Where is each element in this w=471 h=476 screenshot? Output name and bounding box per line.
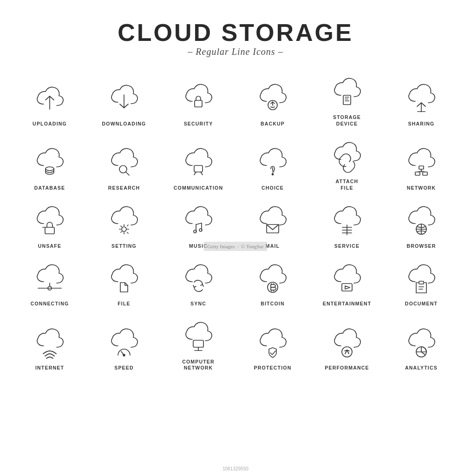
performance-icon bbox=[328, 326, 366, 361]
downloading-icon bbox=[105, 82, 143, 117]
sync-label: SYNC bbox=[190, 301, 206, 307]
icon-cell-bitcoin: BITCOIN bbox=[236, 258, 310, 311]
icon-cell-entertainment: ENTERTAINMENT bbox=[310, 258, 384, 311]
icon-cell-uploading: UPLOADING bbox=[13, 71, 87, 131]
icon-cell-file: FILE bbox=[87, 258, 161, 311]
setting-icon bbox=[105, 205, 143, 239]
service-label: SERVICE bbox=[334, 243, 360, 250]
svg-rect-52 bbox=[193, 340, 203, 347]
choice-icon bbox=[254, 146, 291, 181]
browser-label: BROWSER bbox=[406, 243, 436, 250]
speed-icon bbox=[105, 326, 143, 361]
security-label: SECURITY bbox=[184, 121, 213, 127]
protection-icon bbox=[254, 326, 291, 361]
icon-cell-downloading: DOWNLOADING bbox=[87, 71, 161, 131]
storage-device-icon bbox=[328, 76, 366, 111]
icons-grid: UPLOADING DOWNLOADING SECURITY BACKUP ST… bbox=[13, 71, 458, 375]
unsafe-label: UNSAFE bbox=[38, 243, 61, 250]
svg-rect-45 bbox=[342, 284, 352, 291]
icon-cell-internet: INTERNET bbox=[13, 316, 87, 375]
icon-cell-document: DOCUMENT bbox=[384, 258, 458, 311]
sync-icon bbox=[180, 262, 217, 297]
icon-cell-storage-device: STORAGEDEVICE bbox=[310, 71, 384, 131]
storage-device-label: STORAGEDEVICE bbox=[333, 114, 361, 127]
icon-cell-setting: SETTING bbox=[87, 200, 161, 253]
image-id: 1061329550 bbox=[222, 466, 249, 471]
svg-point-23 bbox=[122, 227, 126, 231]
svg-point-10 bbox=[46, 167, 54, 171]
icon-cell-sharing: SHARING bbox=[384, 71, 458, 131]
downloading-label: DOWNLOADING bbox=[102, 121, 146, 127]
icon-cell-performance: PERFORMANCE bbox=[310, 316, 384, 375]
mail-icon bbox=[254, 205, 291, 239]
icon-cell-backup: BACKUP bbox=[236, 71, 310, 131]
choice-label: CHOICE bbox=[262, 185, 284, 192]
sharing-icon bbox=[403, 82, 440, 117]
icon-cell-analytics: ANALYTICS bbox=[384, 316, 458, 375]
icon-cell-protection: PROTECTION bbox=[236, 316, 310, 375]
icon-cell-communication: COMMUNICATION bbox=[161, 135, 236, 195]
database-label: DATABASE bbox=[34, 185, 65, 192]
connecting-icon bbox=[31, 262, 68, 297]
icon-cell-unsafe: UNSAFE bbox=[13, 200, 87, 253]
icon-cell-security: SECURITY bbox=[161, 71, 236, 131]
svg-line-12 bbox=[126, 172, 129, 175]
icon-cell-research: RESEARCH bbox=[87, 135, 161, 195]
svg-rect-2 bbox=[195, 100, 202, 107]
research-label: RESEARCH bbox=[108, 185, 140, 192]
research-icon bbox=[105, 146, 143, 181]
bitcoin-label: BITCOIN bbox=[261, 301, 285, 307]
icon-cell-computer-network: COMPUTERNETWORK bbox=[161, 316, 236, 375]
svg-point-55 bbox=[342, 347, 352, 357]
connecting-label: CONNECTING bbox=[31, 301, 69, 307]
svg-line-58 bbox=[421, 352, 425, 355]
icon-cell-mail: MAIL bbox=[236, 200, 310, 253]
page-title: CLOUD STORAGE bbox=[118, 19, 353, 46]
file-label: FILE bbox=[118, 301, 131, 307]
backup-label: BACKUP bbox=[261, 121, 285, 127]
communication-label: COMMUNICATION bbox=[174, 185, 223, 192]
svg-point-51 bbox=[123, 354, 125, 356]
icon-cell-network: NETWORK bbox=[384, 135, 458, 195]
icon-cell-connecting: CONNECTING bbox=[13, 258, 87, 311]
network-label: NETWORK bbox=[407, 185, 436, 192]
svg-rect-47 bbox=[419, 281, 424, 284]
backup-icon bbox=[254, 82, 291, 117]
uploading-label: UPLOADING bbox=[33, 121, 67, 127]
svg-line-25 bbox=[196, 223, 202, 225]
analytics-label: ANALYTICS bbox=[405, 365, 438, 371]
entertainment-icon bbox=[328, 262, 366, 297]
document-label: DOCUMENT bbox=[405, 301, 438, 307]
sharing-label: SHARING bbox=[408, 121, 435, 127]
icon-cell-sync: SYNC bbox=[161, 258, 236, 311]
communication-icon bbox=[180, 146, 217, 181]
music-icon bbox=[180, 205, 217, 239]
svg-rect-13 bbox=[194, 165, 203, 172]
document-icon bbox=[403, 262, 440, 297]
speed-label: SPEED bbox=[114, 365, 134, 371]
computer-network-icon bbox=[180, 320, 217, 355]
music-label: MUSIC bbox=[189, 243, 208, 250]
bitcoin-icon bbox=[254, 262, 291, 297]
icon-cell-database: DATABASE bbox=[13, 135, 87, 195]
svg-line-20 bbox=[421, 171, 425, 172]
computer-network-label: COMPUTERNETWORK bbox=[182, 359, 215, 371]
security-icon bbox=[180, 82, 217, 117]
performance-label: PERFORMANCE bbox=[325, 365, 369, 371]
icon-cell-music: MUSIC bbox=[161, 200, 236, 253]
service-icon bbox=[328, 205, 366, 239]
svg-line-19 bbox=[418, 171, 421, 172]
svg-rect-4 bbox=[343, 95, 351, 105]
attach-file-label: ATTACHFILE bbox=[336, 178, 359, 191]
setting-label: SETTING bbox=[111, 243, 137, 250]
uploading-icon bbox=[31, 82, 68, 117]
internet-icon bbox=[31, 326, 68, 361]
svg-rect-15 bbox=[419, 166, 424, 169]
internet-label: INTERNET bbox=[35, 365, 64, 371]
icon-cell-attach-file: ATTACHFILE bbox=[310, 135, 384, 195]
analytics-icon bbox=[403, 326, 440, 361]
file-icon bbox=[105, 262, 143, 297]
svg-rect-17 bbox=[423, 172, 427, 175]
unsafe-icon bbox=[31, 205, 68, 239]
entertainment-label: ENTERTAINMENT bbox=[323, 301, 372, 307]
